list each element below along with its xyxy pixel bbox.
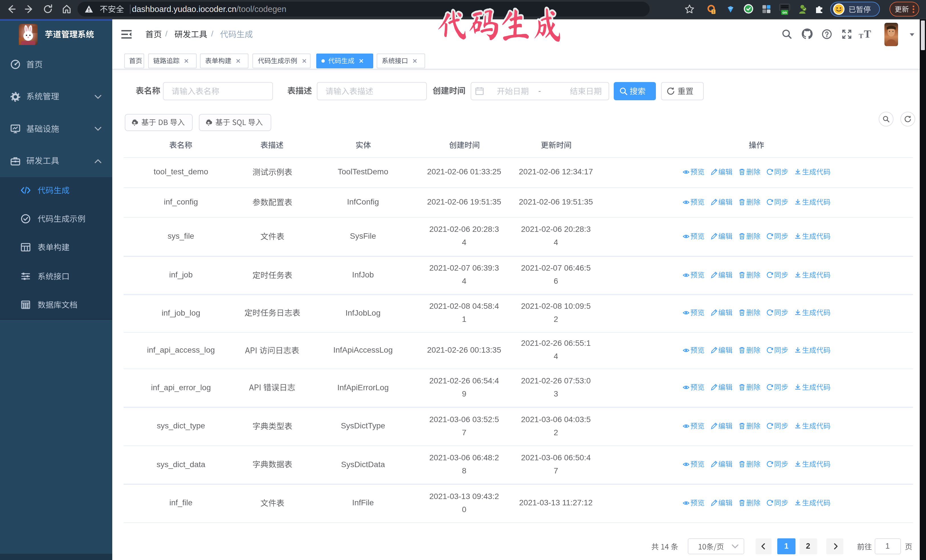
svg-text:on: on [782,10,787,15]
svg-text:1: 1 [712,9,714,14]
